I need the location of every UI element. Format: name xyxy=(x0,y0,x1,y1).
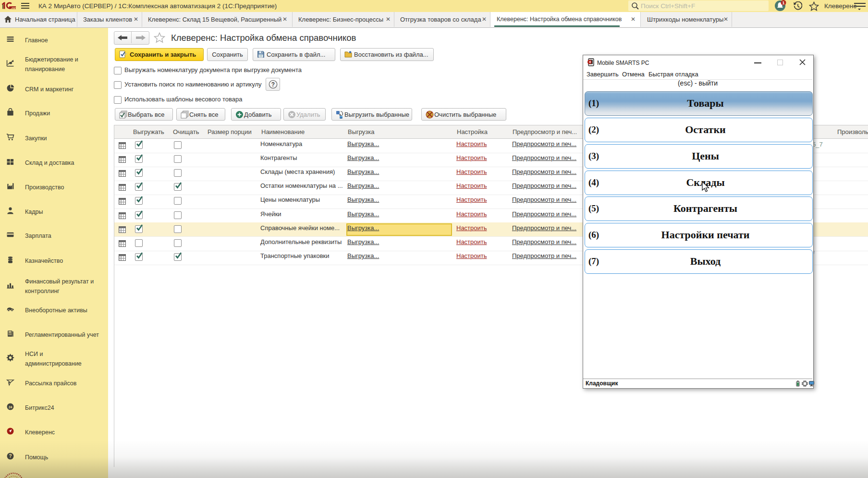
svg-text:?: ? xyxy=(9,453,12,459)
svg-text:1: 1 xyxy=(782,0,784,5)
svg-text:?: ? xyxy=(271,81,275,88)
svg-text:24: 24 xyxy=(9,405,12,409)
